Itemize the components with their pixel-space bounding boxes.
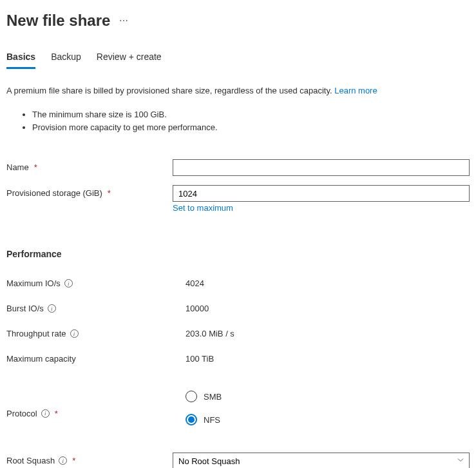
protocol-smb-label: SMB bbox=[204, 392, 222, 402]
max-io-value: 4024 bbox=[186, 278, 204, 288]
intro-text: A premium file share is billed by provis… bbox=[6, 85, 470, 97]
protocol-radio-group: SMB NFS bbox=[186, 391, 222, 437]
info-icon[interactable]: i bbox=[48, 304, 56, 313]
more-menu-icon[interactable]: ⋯ bbox=[119, 15, 129, 26]
note-item: The minimum share size is 100 GiB. bbox=[32, 108, 470, 121]
max-capacity-value: 100 TiB bbox=[186, 354, 214, 364]
tab-bar: Basics Backup Review + create bbox=[6, 52, 470, 70]
page-title: New file share ⋯ bbox=[6, 12, 470, 30]
required-marker: * bbox=[34, 162, 37, 172]
info-icon[interactable]: i bbox=[64, 279, 73, 288]
tab-basics[interactable]: Basics bbox=[6, 52, 35, 69]
root-squash-select[interactable] bbox=[173, 453, 470, 468]
info-icon[interactable]: i bbox=[41, 409, 50, 418]
note-item: Provision more capacity to get more perf… bbox=[32, 121, 470, 134]
required-marker: * bbox=[108, 188, 111, 198]
performance-section-title: Performance bbox=[6, 249, 470, 259]
max-capacity-label: Maximum capacity bbox=[6, 354, 186, 364]
protocol-label: Protocol i * bbox=[6, 409, 186, 418]
tab-review-create[interactable]: Review + create bbox=[97, 52, 162, 69]
throughput-value: 203.0 MiB / s bbox=[186, 329, 234, 338]
notes-list: The minimum share size is 100 GiB. Provi… bbox=[6, 108, 470, 133]
required-marker: * bbox=[55, 409, 58, 418]
root-squash-label: Root Squash i * bbox=[6, 453, 173, 465]
name-label: Name* bbox=[6, 159, 173, 172]
learn-more-link[interactable]: Learn more bbox=[334, 86, 377, 95]
protocol-radio-nfs[interactable]: NFS bbox=[186, 414, 222, 425]
name-input[interactable] bbox=[173, 159, 470, 176]
radio-icon bbox=[186, 391, 197, 402]
burst-io-label: Burst IO/s i bbox=[6, 304, 186, 313]
set-to-maximum-link[interactable]: Set to maximum bbox=[173, 203, 233, 213]
provisioned-storage-label: Provisioned storage (GiB)* bbox=[6, 185, 173, 198]
max-io-label: Maximum IO/s i bbox=[6, 278, 186, 288]
tab-backup[interactable]: Backup bbox=[51, 52, 81, 69]
radio-icon bbox=[186, 414, 197, 425]
burst-io-value: 10000 bbox=[186, 304, 209, 313]
protocol-radio-smb[interactable]: SMB bbox=[186, 391, 222, 402]
intro-description: A premium file share is billed by provis… bbox=[6, 86, 332, 95]
provisioned-storage-input[interactable] bbox=[173, 185, 470, 202]
protocol-nfs-label: NFS bbox=[204, 415, 220, 425]
required-marker: * bbox=[72, 456, 75, 465]
info-icon[interactable]: i bbox=[59, 456, 67, 465]
throughput-label: Throughput rate i bbox=[6, 329, 186, 338]
page-title-text: New file share bbox=[6, 12, 110, 30]
info-icon[interactable]: i bbox=[70, 329, 79, 338]
